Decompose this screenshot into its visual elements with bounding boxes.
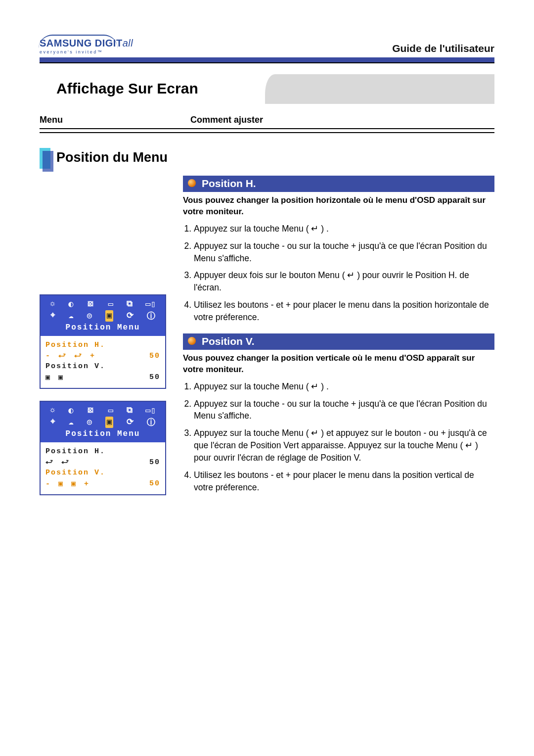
page-title: Affichage Sur Ecran: [55, 74, 265, 104]
osd-row-label: Position H.: [45, 341, 105, 349]
osd-icon-selected: ▣: [105, 310, 113, 322]
osd-icon: ▭▯: [145, 299, 155, 309]
osd-row-v-controls: ▣ ▣ 50: [45, 372, 160, 383]
osd-icon-row: ☼ ◐ ⦻ ▭ ⧉ ▭▯: [44, 405, 162, 416]
osd-icon: ☁: [69, 417, 74, 428]
osd-icon: ⟳: [127, 310, 134, 322]
osd-icon: ⦻: [87, 299, 95, 309]
osd-row-label: Position V.: [45, 362, 105, 371]
osd-row-label: Position H.: [45, 447, 105, 456]
desc-position-v: Vous pouvez changer la position vertical…: [183, 353, 494, 376]
logo-text: SAMSUNG DIGITall: [40, 38, 133, 49]
osd-icon: ◎: [87, 310, 92, 322]
osd-icon: ◎: [87, 417, 92, 428]
heading-position-v: Position V.: [183, 333, 494, 350]
osd-icon: ▭▯: [145, 405, 155, 416]
osd-icon-row: ☼ ◐ ⦻ ▭ ⧉ ▭▯: [44, 298, 162, 310]
osd-row-v: Position V.: [45, 468, 160, 478]
page-title-bar: Affichage Sur Ecran: [40, 74, 494, 104]
osd-value: 50: [139, 479, 160, 488]
instructions-column: Position H. Vous pouvez changer la posit…: [174, 176, 494, 507]
osd-icon: ▭: [108, 405, 113, 416]
osd-value: 50: [139, 352, 160, 360]
osd-icon: ⧉: [127, 405, 133, 416]
osd-row-v-controls: - ▣ ▣ + 50: [45, 478, 160, 489]
osd-row-h: Position H.: [45, 340, 160, 350]
osd-adjust-icons: - ⮐ ⮐ +: [45, 351, 96, 360]
title-grey-fill: [265, 74, 494, 104]
step: Utilisez les boutons - et + pour placer …: [194, 299, 494, 324]
osd-value: 50: [139, 458, 160, 467]
osd-preview-h: ☼ ◐ ⦻ ▭ ⧉ ▭▯ ⌖ ☁ ◎ ▣ ⟳ ⓘ: [40, 294, 166, 389]
osd-adjust-icons: ▣ ▣: [45, 373, 65, 382]
osd-preview-column: ☼ ◐ ⦻ ▭ ⧉ ▭▯ ⌖ ☁ ◎ ▣ ⟳ ⓘ: [40, 176, 174, 507]
step: Appuyer deux fois sur le bouton Menu ( ↵…: [194, 269, 494, 294]
osd-title: Position Menu: [44, 428, 162, 441]
logo-brand-suffix: all: [123, 38, 134, 48]
logo-tagline: everyone's invited™: [40, 49, 103, 54]
header-rule-thin: [40, 62, 494, 63]
osd-row-h-controls: ⮐ ⮐ 50: [45, 457, 160, 468]
osd-icon: ⓘ: [147, 417, 155, 428]
osd-icon: ◐: [68, 405, 73, 416]
step: Appuyez sur la touche - ou sur la touche…: [194, 240, 494, 265]
step: Utilisez les boutons - et + pour placer …: [194, 469, 494, 494]
step: Appuyez sur la touche Menu ( ↵ ) .: [194, 223, 494, 235]
section-title: Position du Menu: [56, 150, 168, 165]
osd-adjust-icons: ⮐ ⮐: [45, 458, 71, 467]
osd-row-v: Position V.: [45, 361, 160, 372]
guide-title: Guide de l'utilisateur: [392, 43, 494, 54]
osd-icon-selected: ▣: [105, 417, 113, 428]
osd-row-label: Position V.: [45, 469, 105, 477]
osd-icon: ⌖: [50, 417, 55, 428]
osd-icon: ▭: [108, 299, 113, 309]
heading-position-h: Position H.: [183, 176, 494, 192]
bullet-icon: [188, 337, 196, 345]
osd-icon-row: ⌖ ☁ ◎ ▣ ⟳ ⓘ: [44, 310, 162, 322]
osd-value: 50: [139, 373, 160, 381]
osd-icon: ⧉: [127, 299, 133, 309]
step: Appuyez sur la touche - ou sur la touche…: [194, 398, 494, 423]
heading-text: Position H.: [202, 178, 256, 189]
double-rule: [40, 128, 494, 133]
logo-brand: SAMSUNG DIGIT: [40, 38, 123, 48]
osd-icon-row: ⌖ ☁ ◎ ▣ ⟳ ⓘ: [44, 416, 162, 428]
col-menu: Menu: [40, 115, 190, 125]
osd-row-h: Position H.: [45, 446, 160, 457]
desc-position-h: Vous pouvez changer la position horizont…: [183, 195, 494, 218]
step: Appuyez sur la touche Menu ( ↵ ) .: [194, 380, 494, 393]
osd-adjust-icons: - ▣ ▣ +: [45, 479, 90, 488]
osd-icon: ⓘ: [147, 310, 155, 322]
brand-logo: SAMSUNG DIGITall everyone's invited™: [40, 35, 133, 54]
col-adjust: Comment ajuster: [190, 115, 494, 125]
heading-text: Position V.: [202, 335, 255, 347]
osd-icon: ☼: [50, 405, 55, 416]
osd-icon: ⌖: [50, 310, 55, 322]
osd-preview-v: ☼ ◐ ⦻ ▭ ⧉ ▭▯ ⌖ ☁ ◎ ▣ ⟳ ⓘ: [40, 401, 166, 495]
column-headers: Menu Comment ajuster: [40, 115, 494, 125]
header-rule-thick: [40, 57, 494, 62]
osd-icon: ◐: [68, 299, 73, 309]
osd-icon: ☼: [50, 299, 55, 309]
osd-row-h-controls: - ⮐ ⮐ + 50: [45, 350, 160, 361]
osd-icon: ☁: [69, 310, 74, 322]
bullet-icon: [188, 179, 196, 187]
steps-position-v: Appuyez sur la touche Menu ( ↵ ) . Appuy…: [183, 380, 494, 494]
section-heading: Position du Menu: [40, 148, 494, 169]
osd-icon: ⦻: [87, 405, 95, 416]
header: SAMSUNG DIGITall everyone's invited™ Gui…: [40, 35, 494, 54]
osd-icon: ⟳: [127, 417, 134, 428]
osd-title: Position Menu: [44, 322, 162, 335]
steps-position-h: Appuyez sur la touche Menu ( ↵ ) . Appuy…: [183, 223, 494, 324]
step: Appuyez sur la touche Menu ( ↵ ) et appu…: [194, 427, 494, 464]
